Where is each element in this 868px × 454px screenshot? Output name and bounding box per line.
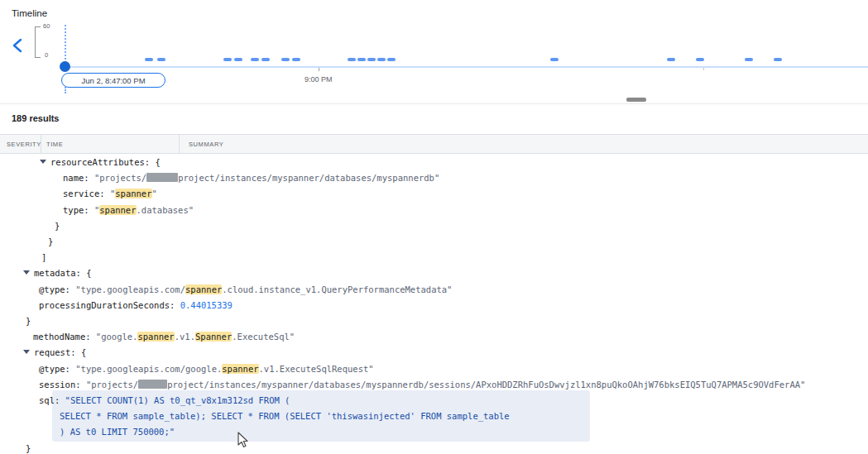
expander-collapse-icon[interactable] (23, 350, 30, 354)
log-json-line: SELECT * FROM sample_table); SELECT * FR… (60, 410, 510, 422)
expander-collapse-icon[interactable] (23, 270, 30, 275)
json-key: methodName: (33, 332, 96, 342)
json-string: .databases" (137, 205, 194, 215)
redaction-box (146, 173, 178, 182)
sql-text: ) AS t0 LIMIT 750000;" (60, 427, 175, 437)
json-string: "projects/ (86, 380, 138, 389)
json-key: session: (39, 380, 86, 389)
search-highlight: spanner (115, 189, 151, 198)
json-key: name: (63, 173, 94, 183)
json-string: .cloud.instance_v1.QueryPerformanceMetad… (222, 284, 452, 294)
mouse-cursor (237, 432, 249, 449)
log-json-line: sql: "SELECT COUNT(1) AS t0_qt_v8x1m312s… (39, 394, 290, 406)
search-highlight: spanner (185, 284, 222, 294)
log-json-line: } (55, 220, 60, 232)
log-json-line: ] (41, 251, 46, 263)
log-entry-detail: resourceAttributes: {name: "projects/pro… (0, 0, 868, 454)
log-json-line: name: "projects/project/instances/myspan… (63, 172, 439, 184)
log-json-line: ) AS t0 LIMIT 750000;" (60, 426, 175, 437)
json-key: processingDurationSeconds: (39, 300, 180, 310)
log-json-line: request: { (23, 346, 86, 358)
search-highlight: spanner (137, 332, 174, 342)
json-key: service: (63, 189, 110, 198)
json-key: ] (41, 252, 46, 262)
log-json-line: metadata: { (23, 267, 92, 279)
json-key: } (26, 316, 31, 326)
log-json-line: } (48, 236, 53, 247)
json-key: @type: (39, 284, 75, 294)
json-string: "google. (96, 332, 138, 342)
json-string: " (152, 189, 157, 198)
log-json-line: } (26, 442, 31, 454)
json-string: .ExecuteSql" (232, 332, 295, 342)
json-key: } (26, 443, 31, 453)
search-highlight: spanner (222, 364, 258, 374)
json-string: "type.googleapis.com/google. (75, 364, 222, 374)
json-key: sql: (39, 395, 65, 405)
json-key: @type: (39, 364, 75, 374)
json-number: 0.44015339 (180, 300, 233, 310)
json-key: request: { (34, 347, 86, 357)
redaction-box (138, 380, 167, 389)
expander-collapse-icon[interactable] (40, 160, 46, 164)
json-key: metadata: { (34, 268, 92, 278)
log-json-line: session: "projects/project/instances/mys… (39, 379, 805, 390)
json-string: .v1.ExecuteSqlRequest" (259, 364, 374, 374)
log-explorer-screen: Timeline 60 0 Jun 2, 8:47:00 PM 9:00 PM … (0, 0, 868, 454)
json-string: .v1. (175, 332, 195, 342)
log-json-line: resourceAttributes: { (40, 156, 161, 168)
log-json-line: service: "spanner" (63, 188, 157, 199)
search-highlight: Spanner (195, 332, 232, 342)
json-key: } (48, 237, 53, 246)
log-json-line: methodName: "google.spanner.v1.Spanner.E… (33, 331, 295, 342)
log-json-line: processingDurationSeconds: 0.44015339 (39, 299, 233, 311)
log-json-line: } (26, 315, 31, 327)
json-string: "type.googleapis.com/ (75, 284, 185, 294)
json-string: project/instances/myspanner/databases/my… (178, 173, 439, 183)
search-highlight: spanner (99, 205, 136, 215)
log-json-line: type: "spanner.databases" (63, 204, 194, 216)
sql-text: SELECT * FROM sample_table); SELECT * FR… (60, 411, 510, 421)
json-key: resourceAttributes: { (50, 157, 161, 167)
json-key: type: (63, 205, 94, 215)
json-string: project/instances/myspanner/databases/my… (167, 380, 805, 389)
json-string: "projects/ (94, 173, 146, 183)
log-json-line: @type: "type.googleapis.com/spanner.clou… (39, 284, 452, 295)
log-json-line: @type: "type.googleapis.com/google.spann… (39, 363, 374, 375)
json-key: } (55, 221, 60, 231)
sql-text: "SELECT COUNT(1) AS t0_qt_v8x1m312sd FRO… (65, 395, 290, 405)
